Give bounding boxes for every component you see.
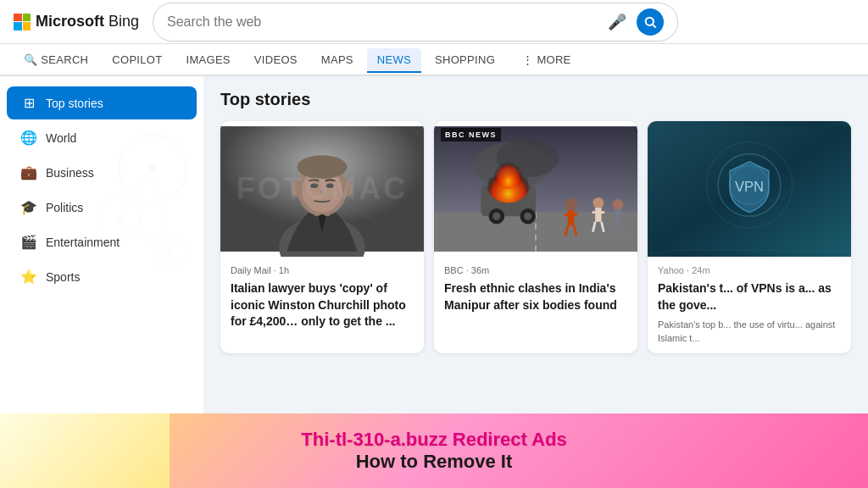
- search-icon: [643, 15, 657, 29]
- mic-button[interactable]: 🎤: [606, 11, 628, 33]
- main-content: ⊞ Top stories 🌐 World 💼 Business 🎓 Polit…: [0, 76, 868, 413]
- svg-point-18: [326, 184, 334, 189]
- story-2-headline: Fresh ethnic clashes in India's Manipur …: [444, 280, 627, 313]
- story-3-source: Yahoo · 24m: [658, 265, 841, 275]
- stories-grid: FOTOMAC Daily Mail · 1h Italian lawyer b…: [220, 121, 851, 353]
- nav-item-search[interactable]: 🔍 SEARCH: [14, 48, 98, 73]
- sports-icon: ⭐: [20, 269, 37, 285]
- story-1-source: Daily Mail · 1h: [231, 265, 414, 275]
- story-3-image: VPN: [648, 121, 851, 257]
- svg-point-19: [297, 155, 347, 179]
- svg-point-36: [565, 198, 577, 211]
- business-icon: 💼: [20, 164, 37, 180]
- search-nav-icon: 🔍: [24, 53, 37, 66]
- svg-point-21: [342, 181, 353, 197]
- search-button[interactable]: [637, 8, 664, 36]
- story-1-body: Daily Mail · 1h Italian lawyer buys 'cop…: [220, 257, 424, 339]
- story-2-source: BBC · 36m: [444, 265, 627, 275]
- sidebar-item-entertainment[interactable]: 🎬 Entertainment: [7, 225, 197, 258]
- sidebar-item-sports[interactable]: ⭐ Sports: [7, 260, 197, 293]
- politics-icon: 🎓: [20, 199, 37, 215]
- story-1-image: FOTOMAC: [220, 121, 424, 257]
- svg-point-35: [492, 150, 524, 189]
- logo-area: Microsoft Bing: [14, 13, 139, 30]
- ad-banner: Thi-tl-310-a.buzz Redirect Ads How to Re…: [0, 413, 868, 488]
- story-2-body: BBC · 36m Fresh ethnic clashes in India'…: [434, 257, 637, 322]
- svg-point-33: [524, 213, 531, 220]
- svg-point-0: [646, 17, 654, 25]
- search-bar: 🎤: [153, 3, 678, 42]
- search-input[interactable]: [167, 14, 599, 30]
- ad-text-line2: How to Remove It: [356, 451, 513, 473]
- svg-point-46: [612, 199, 623, 210]
- svg-point-31: [492, 213, 500, 220]
- bing-logo-text: Microsoft Bing: [36, 13, 139, 30]
- microsoft-logo: [14, 14, 31, 30]
- entertainment-icon: 🎬: [20, 234, 37, 250]
- pakistan-illustration: VPN: [648, 121, 851, 257]
- churchill-illustration: [220, 121, 424, 257]
- ad-text-line1: Thi-tl-310-a.buzz Redirect Ads: [301, 429, 566, 451]
- story-card-2[interactable]: BBC NEWS BBC · 36m Fresh ethnic clashes …: [434, 121, 637, 353]
- nav-item-shopping[interactable]: SHOPPING: [425, 48, 505, 73]
- more-icon: ⋮: [522, 53, 533, 66]
- svg-rect-42: [595, 208, 601, 222]
- header: Microsoft Bing 🎤: [0, 0, 868, 44]
- svg-text:VPN: VPN: [735, 179, 764, 195]
- story-2-image: BBC NEWS: [434, 121, 637, 257]
- sidebar-item-top-stories[interactable]: ⊞ Top stories: [7, 86, 197, 119]
- search-icons: 🎤: [606, 8, 664, 36]
- india-riots-illustration: [434, 121, 637, 257]
- story-1-headline: Italian lawyer buys 'copy' of iconic Win…: [231, 280, 414, 330]
- nav-item-news[interactable]: NEWS: [367, 48, 421, 73]
- svg-rect-37: [568, 210, 574, 225]
- story-card-1[interactable]: FOTOMAC Daily Mail · 1h Italian lawyer b…: [220, 121, 424, 353]
- nav-item-more[interactable]: ⋮ MORE: [512, 48, 581, 73]
- content-title: Top stories: [220, 90, 851, 109]
- svg-point-20: [292, 181, 303, 197]
- svg-point-41: [593, 197, 604, 208]
- sidebar-item-business[interactable]: 💼 Business: [7, 156, 197, 189]
- story-3-body: Yahoo · 24m Pakistan's t... of VPNs is a…: [648, 257, 851, 353]
- nav-item-images[interactable]: IMAGES: [175, 48, 240, 73]
- main-nav: 🔍 SEARCH COPILOT IMAGES VIDEOS MAPS NEWS…: [0, 44, 868, 76]
- svg-rect-47: [615, 209, 620, 224]
- story-3-preview: Pakistan's top b... the use of virtu... …: [658, 319, 841, 345]
- nav-item-maps[interactable]: MAPS: [311, 48, 364, 73]
- news-content: Top stories: [203, 76, 868, 413]
- svg-line-1: [653, 25, 656, 28]
- story-3-headline: Pakistan's t... of VPNs is a... as the g…: [658, 280, 841, 313]
- nav-item-videos[interactable]: VIDEOS: [244, 48, 308, 73]
- story-card-3[interactable]: VPN Yahoo · 24m Pakistan's t... of VPNs …: [648, 121, 851, 353]
- sidebar-item-world[interactable]: 🌐 World: [7, 121, 197, 154]
- sidebar: ⊞ Top stories 🌐 World 💼 Business 🎓 Polit…: [0, 76, 203, 413]
- nav-item-copilot[interactable]: COPILOT: [102, 48, 172, 73]
- sidebar-item-politics[interactable]: 🎓 Politics: [7, 191, 197, 224]
- world-icon: 🌐: [20, 130, 37, 146]
- bbc-badge: BBC NEWS: [441, 128, 501, 141]
- top-stories-icon: ⊞: [20, 95, 37, 111]
